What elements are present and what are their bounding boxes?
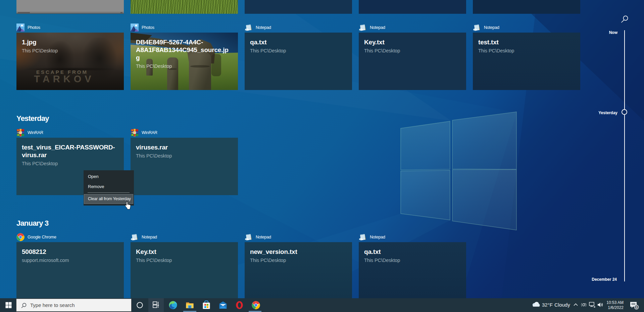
svg-text:5: 5 <box>636 306 637 309</box>
